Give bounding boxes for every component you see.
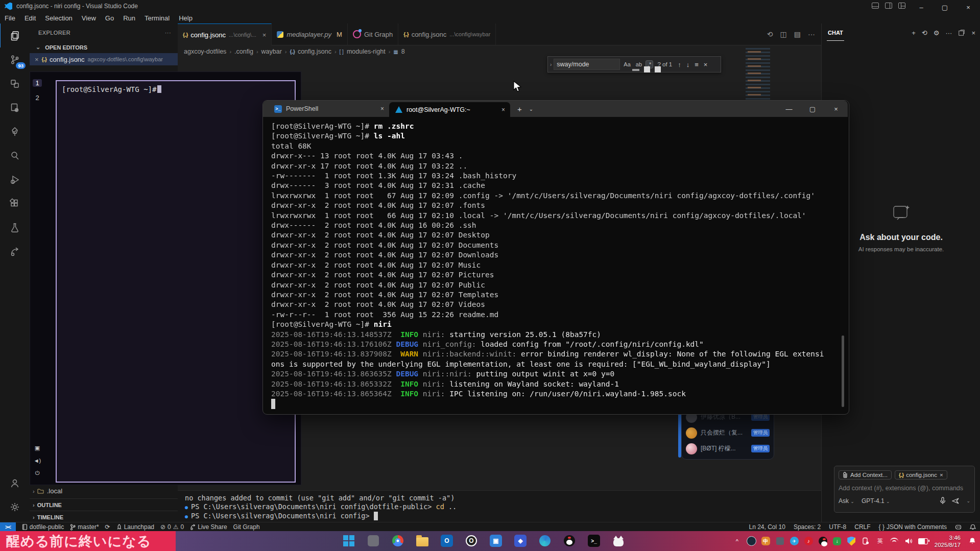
git-graph-indicator[interactable]: Git Graph <box>233 523 260 531</box>
menu-edit[interactable]: Edit <box>20 14 40 22</box>
phone-link-icon[interactable] <box>861 536 871 546</box>
eol-sequence[interactable]: CRLF <box>854 523 870 531</box>
chat-input-placeholder[interactable]: Add context (#), extensions (@), command… <box>839 485 970 492</box>
search-app-icon[interactable] <box>366 533 381 548</box>
todo-tree-icon[interactable] <box>0 119 30 143</box>
menu-terminal[interactable]: Terminal <box>140 14 174 22</box>
terminal-output[interactable]: [root@SilverAg-WTG ~]# rm .zshrc[root@Si… <box>263 117 845 413</box>
open-editor-item[interactable]: × {..} config.jsonc agxcoy-dotfiles\.con… <box>30 53 178 65</box>
breadcrumb-root[interactable]: agxcoy-dotfiles <box>184 48 226 55</box>
source-control-icon[interactable]: 93 <box>0 47 30 71</box>
find-expand-icon[interactable]: › <box>550 62 552 67</box>
cat-app-icon[interactable] <box>611 533 626 548</box>
chat-input-box[interactable]: Add Context... {..} config.jsonc × Add c… <box>834 466 975 513</box>
timeline-history-icon[interactable]: ⟲ <box>767 30 773 38</box>
explorer-more-actions[interactable]: ··· <box>165 30 171 36</box>
niri-terminal-window[interactable]: [root@SilverAg-WTG ~]# <box>56 80 296 483</box>
indentation[interactable]: Spaces: 2 <box>794 523 821 531</box>
context-file-chip[interactable]: {..} config.jsonc × <box>895 470 947 480</box>
sync-icon[interactable]: ⟳ <box>105 523 110 531</box>
terminal-scrollbar[interactable] <box>842 336 844 407</box>
notification-bell-icon[interactable] <box>967 536 977 546</box>
notifications-bell-icon[interactable] <box>970 524 976 531</box>
chat-settings-icon[interactable]: ⚙ <box>934 29 940 37</box>
explorer-icon[interactable] <box>0 23 30 47</box>
integrated-terminal-panel[interactable]: no changes added to commit (use "git add… <box>178 490 821 522</box>
remote-wsl-indicator[interactable]: >< <box>0 522 16 532</box>
launchpad-indicator[interactable]: Launchpad <box>116 523 154 531</box>
windows-terminal-icon[interactable]: >_ <box>586 533 602 548</box>
mini-maximize-icon[interactable] <box>655 66 661 73</box>
settings-gear-icon[interactable] <box>0 495 30 519</box>
menu-help[interactable]: Help <box>174 14 197 22</box>
volume-icon[interactable] <box>904 536 914 546</box>
app-blue-tile-icon[interactable]: ▣ <box>488 533 504 548</box>
file-explorer-icon[interactable] <box>415 533 430 548</box>
tab-git-graph[interactable]: Git Graph <box>348 23 398 45</box>
cursor-position[interactable]: Ln 24, Col 10 <box>749 523 785 531</box>
terminal-titlebar[interactable]: >_ PowerShell × root@SilverAg-WTG:~ × + … <box>263 101 848 117</box>
match-case-toggle[interactable]: Aa <box>622 61 632 68</box>
run-config-icon[interactable] <box>0 95 30 119</box>
live-share-indicator[interactable]: Live Share <box>190 523 227 531</box>
new-chat-icon[interactable]: + <box>912 29 916 37</box>
chat-history-icon[interactable]: ⟲ <box>922 29 927 37</box>
tree-item-local[interactable]: › .local <box>30 485 178 497</box>
problems-indicator[interactable]: ⊘ 0 ⚠ 0 <box>160 523 184 531</box>
run-debug-icon[interactable] <box>0 167 30 191</box>
search-icon[interactable] <box>0 143 30 167</box>
ime-language-indicator[interactable]: 英 <box>875 536 885 546</box>
edge-icon[interactable] <box>537 533 553 548</box>
start-button[interactable] <box>341 533 356 548</box>
send-dropdown-icon[interactable]: ⌄ <box>966 498 970 504</box>
toggle-secondary-sidebar-icon[interactable] <box>885 2 893 10</box>
qq-icon[interactable] <box>562 533 577 548</box>
taskbar-clock[interactable]: 3:46 2025/8/17 <box>935 534 961 548</box>
defender-shield-icon[interactable] <box>847 536 856 546</box>
outline-section[interactable]: › OUTLINE <box>30 498 178 511</box>
tray-icon[interactable]: ▣ <box>35 445 40 451</box>
minimize-button[interactable]: – <box>910 0 933 14</box>
new-tab-button[interactable]: + <box>517 105 522 113</box>
timeline-section[interactable]: › TIMELINE <box>30 511 178 523</box>
layout-icon[interactable]: ▤ <box>794 30 801 38</box>
minimap[interactable] <box>746 48 770 107</box>
find-input[interactable]: sway/mode <box>554 59 620 70</box>
workspace-2[interactable]: 2 <box>35 94 39 102</box>
previous-match-icon[interactable]: ↑ <box>676 61 683 68</box>
list-item[interactable]: [BØT] 柠檬... 管理员 <box>686 441 770 457</box>
list-item[interactable]: 只会摆烂（复... 管理员 <box>686 425 770 441</box>
tab-powershell[interactable]: >_ PowerShell × <box>268 101 389 117</box>
breadcrumb-symbol[interactable]: modules-right <box>347 48 386 55</box>
testing-icon[interactable] <box>0 215 30 239</box>
close-icon[interactable]: × <box>380 105 384 112</box>
copilot-icon[interactable] <box>955 524 962 530</box>
maximize-button[interactable]: ▢ <box>933 0 957 14</box>
close-button[interactable]: × <box>824 101 848 117</box>
remote-explorer-icon[interactable] <box>0 71 30 95</box>
tab-config-jsonc-waybar[interactable]: {..} config.jsonc ...\config\waybar <box>398 23 496 45</box>
windows-terminal-window[interactable]: >_ PowerShell × root@SilverAg-WTG:~ × + … <box>262 100 849 415</box>
menu-go[interactable]: Go <box>101 14 118 22</box>
tab-wsl-arch[interactable]: root@SilverAg-WTG:~ × <box>389 102 510 117</box>
idm-icon[interactable]: ↓ <box>832 536 842 546</box>
open-in-editor-icon[interactable] <box>958 29 965 36</box>
breadcrumb-index[interactable]: 8 <box>401 48 405 55</box>
steam-icon[interactable] <box>747 536 756 546</box>
git-branch-indicator[interactable]: master* <box>70 523 99 531</box>
close-button[interactable]: × <box>957 0 980 14</box>
app-indigo-tile-icon[interactable]: ◆ <box>513 533 528 548</box>
mini-restore-icon[interactable] <box>644 66 650 73</box>
close-icon[interactable]: × <box>262 31 267 39</box>
tab-config-jsonc[interactable]: {..} config.jsonc ...\config\... × <box>178 23 272 45</box>
next-match-icon[interactable]: ↓ <box>685 61 691 68</box>
menu-selection[interactable]: Selection <box>40 14 77 22</box>
encoding[interactable]: UTF-8 <box>829 523 846 531</box>
maximize-button[interactable]: ▢ <box>801 101 824 117</box>
more-actions-icon[interactable]: ··· <box>945 29 952 37</box>
power-icon[interactable]: ⏻ <box>35 470 40 476</box>
menu-file[interactable]: File <box>0 14 20 22</box>
language-mode[interactable]: { } JSON with Comments <box>879 523 947 531</box>
open-editors-section[interactable]: ⌄ OPEN EDITORS <box>33 44 87 51</box>
tab-mediaplayer-py[interactable]: mediaplayer.py M <box>272 23 348 45</box>
